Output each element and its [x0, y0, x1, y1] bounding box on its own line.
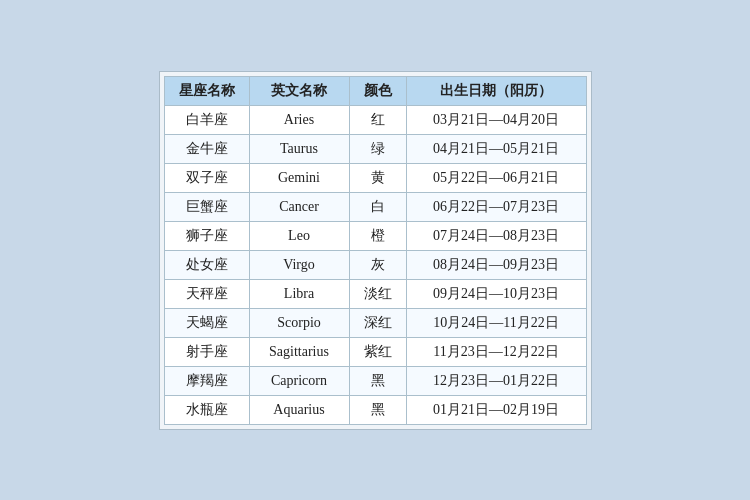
cell-color: 黑 [349, 366, 406, 395]
cell-color: 黑 [349, 395, 406, 424]
cell-chinese: 摩羯座 [164, 366, 249, 395]
cell-chinese: 射手座 [164, 337, 249, 366]
zodiac-table: 星座名称 英文名称 颜色 出生日期（阳历） 白羊座Aries红03月21日—04… [164, 76, 587, 425]
cell-date: 08月24日—09月23日 [406, 250, 586, 279]
cell-date: 11月23日—12月22日 [406, 337, 586, 366]
cell-color: 红 [349, 105, 406, 134]
cell-english: Leo [249, 221, 349, 250]
table-row: 金牛座Taurus绿04月21日—05月21日 [164, 134, 586, 163]
table-row: 天蝎座Scorpio深红10月24日—11月22日 [164, 308, 586, 337]
header-english: 英文名称 [249, 76, 349, 105]
cell-english: Gemini [249, 163, 349, 192]
table-row: 天秤座Libra淡红09月24日—10月23日 [164, 279, 586, 308]
table-row: 摩羯座Capricorn黑12月23日—01月22日 [164, 366, 586, 395]
cell-english: Sagittarius [249, 337, 349, 366]
cell-color: 紫红 [349, 337, 406, 366]
cell-date: 01月21日—02月19日 [406, 395, 586, 424]
table-header-row: 星座名称 英文名称 颜色 出生日期（阳历） [164, 76, 586, 105]
table-row: 巨蟹座Cancer白06月22日—07月23日 [164, 192, 586, 221]
cell-chinese: 白羊座 [164, 105, 249, 134]
header-date: 出生日期（阳历） [406, 76, 586, 105]
cell-date: 06月22日—07月23日 [406, 192, 586, 221]
cell-date: 12月23日—01月22日 [406, 366, 586, 395]
cell-chinese: 水瓶座 [164, 395, 249, 424]
cell-chinese: 金牛座 [164, 134, 249, 163]
cell-date: 03月21日—04月20日 [406, 105, 586, 134]
cell-date: 07月24日—08月23日 [406, 221, 586, 250]
cell-chinese: 双子座 [164, 163, 249, 192]
table-row: 射手座Sagittarius紫红11月23日—12月22日 [164, 337, 586, 366]
cell-english: Aquarius [249, 395, 349, 424]
cell-chinese: 天秤座 [164, 279, 249, 308]
cell-chinese: 天蝎座 [164, 308, 249, 337]
cell-color: 白 [349, 192, 406, 221]
table-row: 白羊座Aries红03月21日—04月20日 [164, 105, 586, 134]
table-row: 水瓶座Aquarius黑01月21日—02月19日 [164, 395, 586, 424]
cell-english: Taurus [249, 134, 349, 163]
cell-english: Scorpio [249, 308, 349, 337]
cell-date: 09月24日—10月23日 [406, 279, 586, 308]
cell-chinese: 处女座 [164, 250, 249, 279]
cell-english: Aries [249, 105, 349, 134]
cell-english: Cancer [249, 192, 349, 221]
cell-date: 05月22日—06月21日 [406, 163, 586, 192]
cell-chinese: 巨蟹座 [164, 192, 249, 221]
table-row: 处女座Virgo灰08月24日—09月23日 [164, 250, 586, 279]
table-row: 双子座Gemini黄05月22日—06月21日 [164, 163, 586, 192]
zodiac-table-container: 星座名称 英文名称 颜色 出生日期（阳历） 白羊座Aries红03月21日—04… [159, 71, 592, 430]
header-chinese: 星座名称 [164, 76, 249, 105]
cell-date: 04月21日—05月21日 [406, 134, 586, 163]
cell-chinese: 狮子座 [164, 221, 249, 250]
cell-color: 橙 [349, 221, 406, 250]
cell-color: 淡红 [349, 279, 406, 308]
header-color: 颜色 [349, 76, 406, 105]
table-row: 狮子座Leo橙07月24日—08月23日 [164, 221, 586, 250]
cell-english: Libra [249, 279, 349, 308]
cell-color: 灰 [349, 250, 406, 279]
cell-color: 黄 [349, 163, 406, 192]
cell-date: 10月24日—11月22日 [406, 308, 586, 337]
cell-english: Virgo [249, 250, 349, 279]
cell-color: 绿 [349, 134, 406, 163]
cell-color: 深红 [349, 308, 406, 337]
cell-english: Capricorn [249, 366, 349, 395]
